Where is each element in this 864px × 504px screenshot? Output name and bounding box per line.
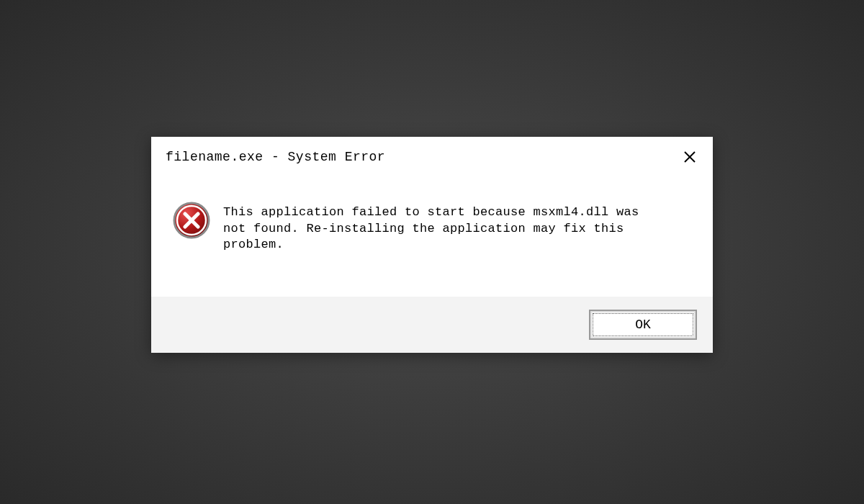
ok-button[interactable]: OK [589,310,697,340]
dialog-message: This application failed to start because… [223,202,691,254]
dialog-body: This application failed to start because… [151,173,713,297]
close-icon [683,150,697,164]
error-icon [173,202,210,239]
error-dialog: filename.exe - System Error [151,137,713,354]
dialog-title: filename.exe - System Error [166,150,385,164]
dialog-button-area: OK [151,297,713,353]
dialog-titlebar: filename.exe - System Error [151,137,713,173]
close-button[interactable] [681,148,698,166]
